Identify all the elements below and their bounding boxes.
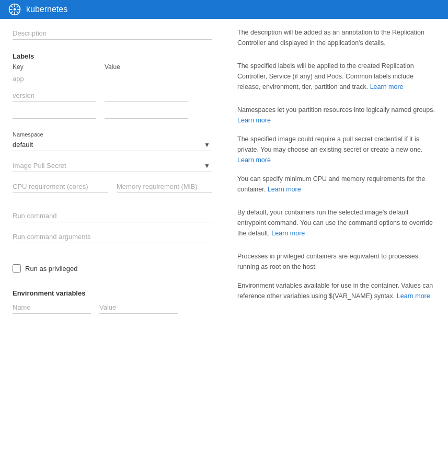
run-command-input[interactable] [13, 210, 212, 222]
namespace-learn-more-link[interactable]: Learn more [237, 117, 271, 124]
pull-secret-help-text: The specified image could require a pull… [237, 134, 435, 165]
svg-line-9 [10, 12, 13, 14]
labels-heading: Labels [13, 52, 212, 60]
run-as-privileged-label: Run as privileged [25, 265, 77, 273]
env-vars-heading: Environment variables [13, 289, 212, 297]
env-vars-help-text: Environment variables available for use … [237, 280, 435, 301]
help-privileged: Processes in privileged containers are e… [237, 251, 435, 301]
app-title: kubernetes [26, 5, 67, 14]
env-vars-section: Environment variables [13, 289, 212, 314]
label-value-2[interactable] [105, 89, 188, 102]
labels-learn-more-link[interactable]: Learn more [370, 83, 404, 90]
labels-row-3 [13, 106, 212, 119]
svg-line-7 [17, 12, 19, 14]
labels-row-2 [13, 89, 212, 102]
label-value-3[interactable] [105, 106, 188, 119]
image-pull-secret-select[interactable]: Image Pull Secret [13, 160, 212, 172]
memory-input[interactable] [117, 180, 212, 193]
run-command-learn-more-link[interactable]: Learn more [271, 230, 305, 237]
namespace-group: Namespace default ▼ [13, 131, 212, 151]
run-as-privileged-row: Run as privileged [13, 264, 212, 273]
run-command-args-group [13, 231, 212, 243]
description-group [13, 27, 212, 40]
env-vars-row [13, 301, 212, 314]
description-help-text: The description will be added as an anno… [237, 27, 435, 48]
labels-row-1 [13, 73, 212, 85]
run-as-privileged-checkbox[interactable] [13, 264, 21, 273]
form-panel: Labels Key Value Namespac [0, 19, 225, 322]
cpu-group [13, 180, 108, 193]
memory-group [117, 180, 212, 193]
help-description: The description will be added as an anno… [237, 27, 435, 48]
app-header: kubernetes [0, 0, 448, 19]
run-command-help-text: By default, your containers run the sele… [237, 207, 435, 239]
namespace-select[interactable]: default [13, 139, 212, 151]
labels-help-text: The specified labels will be applied to … [237, 61, 435, 92]
main-content: Labels Key Value Namespac [0, 19, 448, 322]
pull-secret-learn-more-link[interactable]: Learn more [237, 156, 271, 164]
privileged-help-text: Processes in privileged containers are e… [237, 251, 435, 272]
help-run-command: By default, your containers run the sele… [237, 207, 435, 239]
run-command-args-input[interactable] [13, 231, 212, 243]
run-command-group [13, 210, 212, 222]
namespace-help-text: Namespaces let you partition resources i… [237, 105, 435, 126]
svg-line-8 [17, 5, 19, 7]
value-column-header: Value [105, 63, 188, 71]
label-value-1[interactable] [105, 73, 188, 85]
cpu-input[interactable] [13, 180, 108, 193]
cpu-memory-row [13, 180, 212, 193]
env-value-input[interactable] [99, 301, 178, 314]
label-key-1[interactable] [13, 73, 96, 85]
kubernetes-logo [8, 3, 21, 16]
namespace-label: Namespace [13, 131, 212, 138]
svg-point-1 [14, 8, 16, 11]
labels-section: Labels Key Value [13, 52, 212, 119]
svg-line-6 [10, 5, 13, 7]
env-name-input[interactable] [13, 301, 91, 314]
cpu-memory-learn-more-link[interactable]: Learn more [268, 186, 301, 193]
description-input[interactable] [13, 27, 212, 40]
help-namespace: Namespaces let you partition resources i… [237, 105, 435, 195]
key-column-header: Key [13, 63, 96, 71]
help-panel: The description will be added as an anno… [225, 19, 448, 322]
labels-column-headers: Key Value [13, 63, 212, 71]
namespace-select-wrapper: default ▼ [13, 139, 212, 151]
image-pull-secret-group: Image Pull Secret ▼ [13, 160, 212, 172]
env-vars-learn-more-link[interactable]: Learn more [397, 292, 430, 300]
cpu-memory-help-text: You can specify minimum CPU and memory r… [237, 174, 435, 195]
help-labels: The specified labels will be applied to … [237, 61, 435, 92]
label-key-3[interactable] [13, 106, 96, 119]
label-key-2[interactable] [13, 89, 96, 102]
